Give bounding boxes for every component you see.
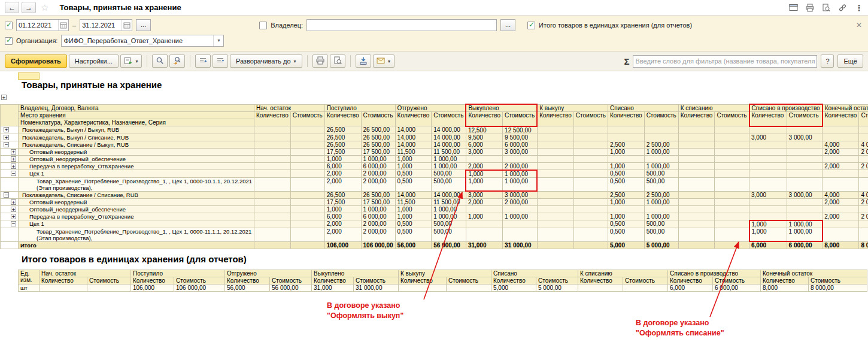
report-cell[interactable] bbox=[573, 228, 608, 241]
report-cell[interactable] bbox=[823, 134, 859, 141]
report-cell[interactable] bbox=[823, 206, 859, 213]
report-cell[interactable] bbox=[749, 177, 787, 191]
report-cell[interactable]: 1,000 bbox=[608, 148, 644, 155]
report-cell[interactable]: 11,500 bbox=[395, 148, 432, 155]
report-cell[interactable] bbox=[715, 206, 749, 213]
report-cell[interactable]: 6 000,00 bbox=[787, 241, 823, 249]
report-cell[interactable]: 1 000,00 bbox=[432, 155, 466, 162]
report-cell[interactable]: 0,500 bbox=[608, 228, 644, 241]
row-expander-plus[interactable]: + bbox=[4, 135, 9, 140]
report-cell[interactable]: 26,500 bbox=[324, 191, 361, 199]
report-cell[interactable] bbox=[823, 126, 859, 134]
report-cell[interactable] bbox=[787, 141, 823, 148]
report-cell[interactable] bbox=[787, 155, 823, 162]
generate-button[interactable]: Сформировать bbox=[5, 55, 67, 68]
print-button[interactable] bbox=[312, 55, 328, 68]
report-cell[interactable]: 26 500,00 bbox=[361, 191, 395, 199]
report-cell[interactable]: 3 000,00 bbox=[503, 191, 538, 199]
report-cell[interactable] bbox=[254, 155, 291, 162]
report-cell[interactable] bbox=[537, 206, 573, 213]
report-cell[interactable]: 0,500 bbox=[395, 177, 432, 191]
report-cell[interactable]: 31 000,00 bbox=[503, 241, 538, 249]
report-cell[interactable] bbox=[859, 134, 868, 141]
report-cell[interactable] bbox=[537, 220, 573, 228]
report-cell[interactable] bbox=[715, 155, 749, 162]
report-cell[interactable] bbox=[290, 162, 324, 170]
report-cell[interactable] bbox=[678, 213, 715, 220]
row-group-name[interactable]: Поклажедатель, Списание / Списание, RUB bbox=[19, 191, 254, 199]
report-cell[interactable] bbox=[749, 148, 787, 155]
report-cell[interactable] bbox=[466, 228, 502, 241]
report-cell[interactable] bbox=[537, 199, 573, 206]
report-cell[interactable] bbox=[859, 177, 868, 191]
report-cell[interactable]: 8,000 bbox=[823, 241, 859, 249]
report-cell[interactable]: 500,00 bbox=[644, 228, 678, 241]
expand-groups-button[interactable] bbox=[213, 55, 228, 68]
report-cell[interactable] bbox=[678, 206, 715, 213]
help-button[interactable]: ? bbox=[821, 55, 834, 68]
period-more-button[interactable]: ... bbox=[136, 19, 151, 31]
report-cell[interactable]: 14 000,00 bbox=[432, 126, 466, 134]
report-cell[interactable]: 106,000 bbox=[131, 285, 174, 292]
report-cell[interactable] bbox=[87, 285, 131, 292]
report-cell[interactable]: 1,000 bbox=[395, 213, 432, 220]
row-expander-minus[interactable]: − bbox=[11, 171, 16, 176]
row-expander-plus[interactable]: + bbox=[11, 149, 16, 155]
report-cell[interactable]: 3,000 bbox=[749, 191, 787, 199]
report-cell[interactable]: 3,000 bbox=[466, 148, 502, 155]
report-cell[interactable] bbox=[678, 191, 715, 199]
report-cell[interactable]: 0,500 bbox=[395, 170, 432, 178]
report-cell[interactable] bbox=[573, 170, 608, 178]
row-expander-minus[interactable]: − bbox=[11, 221, 16, 226]
report-cell[interactable] bbox=[503, 206, 538, 213]
report-cell[interactable] bbox=[749, 162, 787, 170]
organization-input[interactable] bbox=[62, 37, 213, 44]
report-cell[interactable]: 1 000,00 bbox=[432, 206, 466, 213]
report-cell[interactable] bbox=[678, 148, 715, 155]
report-cell[interactable] bbox=[859, 126, 868, 134]
row-group-name[interactable]: Оптовый неордерный bbox=[19, 199, 254, 206]
owner-more-button[interactable]: ... bbox=[500, 19, 515, 31]
report-cell[interactable] bbox=[290, 191, 324, 199]
report-cell[interactable] bbox=[644, 206, 678, 213]
calendar-icon[interactable] bbox=[122, 20, 132, 31]
report-cell[interactable] bbox=[823, 228, 859, 241]
report-cell[interactable]: 2 000,00 bbox=[859, 213, 868, 220]
report-cell[interactable]: 3 000,00 bbox=[787, 134, 823, 141]
report-cell[interactable]: 2 000,00 bbox=[859, 199, 868, 206]
report-cell[interactable] bbox=[715, 141, 749, 148]
report-cell[interactable] bbox=[537, 177, 573, 191]
row-group-name[interactable]: Поклажедатель, Списание / Выкуп, RUB bbox=[19, 141, 254, 148]
report-cell[interactable]: 106,000 bbox=[324, 241, 361, 249]
report-cell[interactable] bbox=[678, 134, 715, 141]
report-cell[interactable]: 1,000 bbox=[324, 206, 361, 213]
report-cell[interactable] bbox=[787, 199, 823, 206]
report-cell[interactable]: 500,00 bbox=[432, 170, 466, 178]
open-in-window-icon[interactable] bbox=[789, 4, 798, 11]
sigma-icon[interactable]: Σ bbox=[624, 56, 629, 66]
report-cell[interactable] bbox=[290, 199, 324, 206]
report-cell[interactable]: 11 500,00 bbox=[432, 148, 466, 155]
report-cell[interactable] bbox=[644, 126, 678, 134]
report-cell[interactable]: 2 000,00 bbox=[503, 199, 538, 206]
report-cell[interactable] bbox=[537, 148, 573, 155]
report-cell[interactable] bbox=[537, 241, 573, 249]
report-cell[interactable] bbox=[537, 170, 573, 178]
active-cell-marker[interactable] bbox=[18, 72, 40, 80]
report-cell[interactable]: 2 500,00 bbox=[644, 141, 678, 148]
report-cell[interactable]: 2 000,00 bbox=[361, 170, 395, 178]
report-cell[interactable]: 26,500 bbox=[324, 126, 361, 134]
report-cell[interactable]: 26,500 bbox=[324, 141, 361, 148]
report-cell[interactable]: 1 000,00 bbox=[432, 213, 466, 220]
settings-button[interactable]: Настройки... bbox=[69, 55, 119, 68]
period-checkbox[interactable]: ✓ bbox=[5, 22, 13, 29]
report-cell[interactable] bbox=[573, 126, 608, 134]
report-cell[interactable] bbox=[678, 126, 715, 134]
report-cell[interactable]: 6 000,00 bbox=[361, 213, 395, 220]
report-cell[interactable] bbox=[290, 148, 324, 155]
report-cell[interactable] bbox=[715, 177, 749, 191]
report-cell[interactable] bbox=[715, 220, 749, 228]
report-cell[interactable] bbox=[678, 155, 715, 162]
report-cell[interactable]: 2 000,00 bbox=[503, 162, 538, 170]
row-group-name[interactable]: Оптовый неордерный bbox=[19, 148, 254, 155]
